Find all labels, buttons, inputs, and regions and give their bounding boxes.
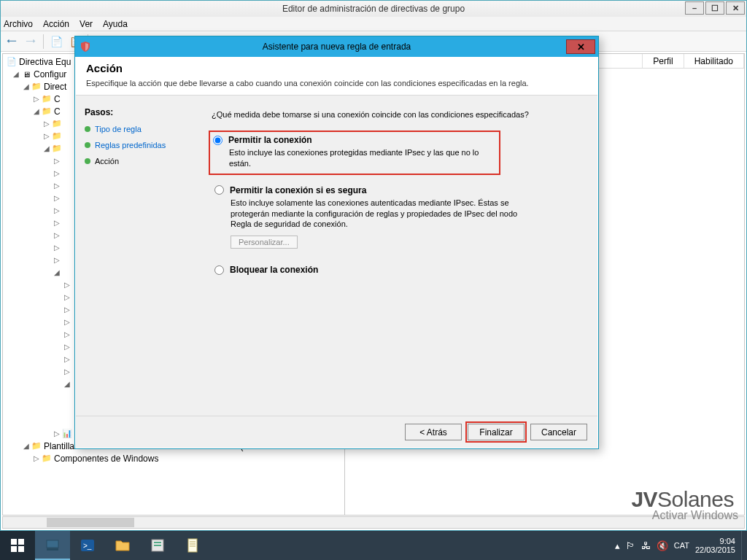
chart-icon: 📊 bbox=[61, 429, 73, 439]
tree-direct[interactable]: Direct bbox=[44, 82, 66, 92]
expander-icon[interactable]: ▷ bbox=[63, 318, 71, 326]
taskbar-notepad[interactable] bbox=[175, 531, 210, 560]
expander-icon[interactable]: ▷ bbox=[63, 281, 71, 289]
close-button[interactable]: ✕ bbox=[726, 1, 745, 15]
parent-titlebar: Editor de administración de directivas d… bbox=[1, 1, 746, 17]
server-icon bbox=[44, 537, 61, 553]
folder-icon bbox=[51, 131, 63, 141]
expander-icon[interactable]: ▷ bbox=[53, 231, 61, 239]
svg-text:>_: >_ bbox=[83, 542, 92, 550]
expander-icon[interactable]: ▷ bbox=[42, 120, 51, 128]
expander-icon[interactable]: ▷ bbox=[53, 182, 61, 190]
expander-icon[interactable]: ◢ bbox=[42, 144, 51, 152]
menu-accion[interactable]: Acción bbox=[43, 19, 69, 29]
radio-secure-input[interactable] bbox=[214, 185, 224, 195]
step-accion[interactable]: Acción bbox=[85, 157, 191, 166]
taskbar-explorer[interactable] bbox=[105, 531, 140, 560]
finish-button[interactable]: Finalizar bbox=[468, 424, 525, 440]
radio-allow-input[interactable] bbox=[213, 136, 222, 145]
expander-icon[interactable]: ▷ bbox=[63, 355, 71, 363]
step-label: Acción bbox=[95, 157, 119, 166]
back-icon[interactable]: ⭠ bbox=[4, 34, 20, 50]
menu-ver[interactable]: Ver bbox=[80, 19, 93, 29]
radio-block[interactable]: Bloquear la conexión bbox=[214, 265, 584, 275]
expander-icon[interactable]: ▷ bbox=[63, 343, 71, 351]
maximize-button[interactable]: ☐ bbox=[705, 1, 724, 15]
toolbar-separator bbox=[43, 34, 44, 49]
expander-icon[interactable]: ◢ bbox=[12, 70, 20, 78]
tray-clock[interactable]: 9:04 22/03/2015 bbox=[695, 537, 735, 554]
radio-allow[interactable]: Permitir la conexión bbox=[213, 135, 493, 145]
steps-title: Pasos: bbox=[85, 107, 191, 117]
folder-icon bbox=[31, 82, 42, 92]
back-button[interactable]: < Atrás bbox=[405, 424, 462, 440]
start-button[interactable] bbox=[0, 531, 35, 560]
tree-root[interactable]: Directiva Equ bbox=[19, 57, 71, 67]
menu-ayuda[interactable]: Ayuda bbox=[103, 19, 128, 29]
expander-icon[interactable]: ▷ bbox=[53, 244, 61, 252]
wizard-title: Asistente para nueva regla de entrada bbox=[263, 42, 411, 52]
wizard-main: ¿Qué medida debe tomarse si una conexión… bbox=[198, 100, 597, 416]
taskbar-server-manager[interactable] bbox=[35, 531, 70, 560]
parent-menubar: Archivo Acción Ver Ayuda bbox=[1, 17, 746, 31]
wizard-steps-pane: Pasos: Tipo de regla Reglas predefinidas… bbox=[76, 100, 198, 416]
radio-block-input[interactable] bbox=[214, 265, 224, 275]
expander-icon[interactable]: ◢ bbox=[53, 268, 61, 276]
step-reglas-predefinidas[interactable]: Reglas predefinidas bbox=[85, 141, 191, 149]
expander-icon[interactable]: ▷ bbox=[53, 157, 61, 165]
col-habilitado[interactable]: Habilitado bbox=[684, 54, 744, 68]
wizard-prompt: ¿Qué medida debe tomarse si una conexión… bbox=[212, 110, 584, 119]
tray-network-icon[interactable]: 🖧 bbox=[641, 540, 651, 551]
tray-arrow-icon[interactable]: ▴ bbox=[615, 540, 620, 551]
cancel-button[interactable]: Cancelar bbox=[530, 424, 587, 440]
expander-icon[interactable]: ▷ bbox=[63, 293, 71, 301]
expander-icon[interactable]: ▷ bbox=[42, 132, 51, 140]
radio-secure-desc: Esto incluye solamente las conexiones au… bbox=[231, 198, 522, 230]
radio-allow-label: Permitir la conexión bbox=[228, 135, 312, 145]
expander-icon[interactable]: ▷ bbox=[63, 368, 71, 376]
tree-config[interactable]: Configur bbox=[34, 69, 66, 79]
wizard-titlebar[interactable]: Asistente para nueva regla de entrada ✕ bbox=[75, 36, 598, 57]
show-pane-icon[interactable]: 📄 bbox=[48, 34, 64, 50]
expander-icon[interactable]: ▷ bbox=[63, 306, 71, 314]
expander-icon[interactable]: ▷ bbox=[53, 219, 61, 227]
wizard-header: Acción Especifique la acción que debe ll… bbox=[76, 58, 597, 96]
expander-icon[interactable]: ◢ bbox=[22, 82, 31, 90]
expander-icon[interactable]: ▷ bbox=[53, 429, 61, 438]
tray-sound-icon[interactable]: 🔇 bbox=[657, 540, 668, 551]
expander-icon[interactable]: ▷ bbox=[63, 330, 71, 338]
expander-icon[interactable]: ◢ bbox=[63, 380, 71, 388]
expander-icon[interactable]: ▷ bbox=[53, 206, 61, 214]
horizontal-scrollbar[interactable] bbox=[2, 516, 745, 529]
expander-icon[interactable]: ▷ bbox=[32, 95, 41, 103]
expander-icon[interactable]: ▷ bbox=[32, 454, 41, 462]
scrollbar-thumb[interactable] bbox=[47, 518, 134, 527]
menu-archivo[interactable]: Archivo bbox=[4, 19, 33, 29]
taskbar-gpmc[interactable] bbox=[140, 531, 175, 560]
expander-icon[interactable]: ◢ bbox=[32, 107, 41, 115]
radio-secure[interactable]: Permitir la conexión si es segura bbox=[214, 185, 584, 195]
col-perfil[interactable]: Perfil bbox=[643, 54, 684, 68]
firewall-wizard: Asistente para nueva regla de entrada ✕ … bbox=[74, 36, 599, 449]
show-desktop-button[interactable] bbox=[741, 531, 747, 560]
expander-icon[interactable]: ◢ bbox=[22, 442, 31, 450]
minimize-button[interactable]: – bbox=[685, 1, 704, 15]
tree-item[interactable]: C bbox=[54, 106, 61, 117]
step-tipo-regla[interactable]: Tipo de regla bbox=[85, 125, 191, 133]
taskbar-powershell[interactable]: >_ bbox=[70, 531, 105, 560]
step-label: Tipo de regla bbox=[95, 125, 142, 133]
tray-flag-icon[interactable]: 🏳 bbox=[626, 540, 635, 551]
wizard-close-button[interactable]: ✕ bbox=[566, 39, 595, 54]
tree-item[interactable]: C bbox=[54, 94, 61, 104]
svg-rect-2 bbox=[11, 546, 17, 552]
tray-language[interactable]: CAT bbox=[674, 541, 689, 550]
radio-block-label: Bloquear la conexión bbox=[230, 265, 318, 275]
folder-icon bbox=[41, 454, 53, 464]
svg-rect-11 bbox=[188, 539, 197, 552]
forward-icon: ⭢ bbox=[23, 34, 39, 50]
expander-icon[interactable]: ▷ bbox=[53, 256, 61, 264]
expander-icon[interactable]: ▷ bbox=[53, 169, 61, 177]
tree-componentes[interactable]: Componentes de Windows bbox=[54, 454, 158, 464]
svg-rect-9 bbox=[154, 542, 161, 543]
expander-icon[interactable]: ▷ bbox=[53, 194, 61, 202]
